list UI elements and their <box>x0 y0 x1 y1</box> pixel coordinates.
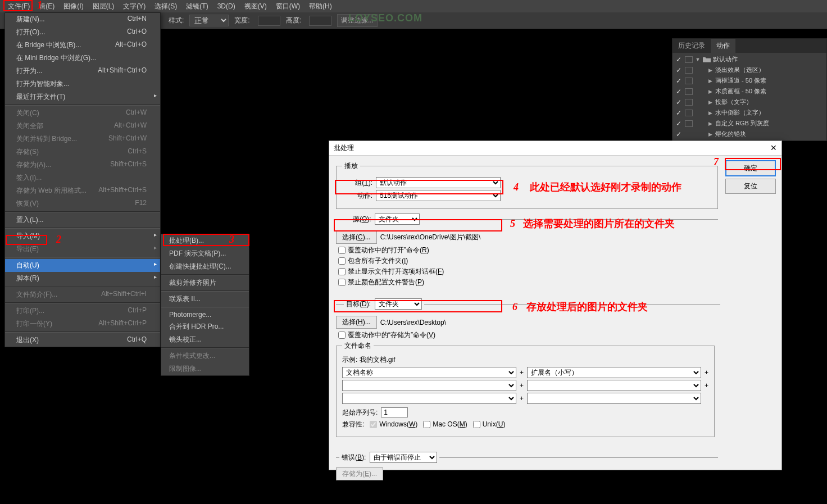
dialog-titlebar[interactable]: 批处理 ✕ <box>329 141 781 156</box>
mi-checkin[interactable]: 签入(I)... <box>5 171 160 184</box>
error-select[interactable]: 由于错误而停止 <box>370 452 437 463</box>
disclosure-icon[interactable]: ▶ <box>707 131 713 137</box>
source-select[interactable]: 文件夹 <box>375 214 420 225</box>
width-input[interactable] <box>258 16 280 26</box>
menu-image[interactable]: 图像(I) <box>59 0 88 13</box>
disclosure-icon[interactable]: ▶ <box>707 89 713 94</box>
start-input[interactable] <box>381 407 408 417</box>
action-row[interactable]: ✓▶熔化的铅块 <box>672 129 826 139</box>
disclosure-icon[interactable]: ▶ <box>707 99 713 105</box>
action-row[interactable]: ✓▶画框通道 - 50 像素 <box>672 75 826 86</box>
dest-select[interactable]: 文件夹 <box>375 298 422 310</box>
disclosure-icon[interactable]: ▶ <box>707 110 713 116</box>
choose-source-button[interactable]: 选择(C)... <box>336 231 377 244</box>
mi-export[interactable]: 导出(E) <box>5 243 160 256</box>
height-input[interactable] <box>309 16 331 26</box>
cb-unix[interactable]: Unix(U) <box>473 420 506 428</box>
source-legend: 源(O): 文件夹 <box>351 214 422 225</box>
sm-droplet[interactable]: 创建快捷批处理(C)... <box>161 260 249 273</box>
playback-legend: 播放 <box>342 161 360 171</box>
action-row[interactable]: ✓▶淡出效果（选区） <box>672 65 826 75</box>
mi-close[interactable]: 关闭(C)Ctrl+W <box>5 107 160 120</box>
set-select[interactable]: 默认动作 <box>376 177 501 188</box>
choose-dest-button[interactable]: 选择(H)... <box>336 316 377 329</box>
reset-button[interactable]: 复位 <box>725 179 776 194</box>
menu-file[interactable]: 文件(F) <box>3 0 34 13</box>
sm-lens[interactable]: 镜头校正... <box>161 333 249 346</box>
mi-revert[interactable]: 恢复(V)F12 <box>5 197 160 210</box>
mi-closeall[interactable]: 关闭全部Alt+Ctrl+W <box>5 120 160 133</box>
menu-view[interactable]: 视图(V) <box>240 0 271 13</box>
mi-print[interactable]: 打印(P)...Ctrl+P <box>5 305 160 317</box>
ok-button[interactable]: 确定 <box>725 160 776 176</box>
cb-macos[interactable]: Mac OS(M) <box>423 420 467 428</box>
sm-contact[interactable]: 联系表 II... <box>161 293 249 306</box>
annotation-5: 5选择需要处理的图片所在的文件夹 <box>510 217 675 230</box>
mi-smart[interactable]: 打开为智能对象... <box>5 78 160 90</box>
sm-cond[interactable]: 条件模式更改... <box>161 349 249 362</box>
menu-type[interactable]: 文字(Y) <box>119 0 150 13</box>
sm-batch[interactable]: 批处理(B)... <box>161 234 249 247</box>
tab-history[interactable]: 历史记录 <box>672 39 711 53</box>
action-row[interactable]: ✓▶自定义 RGB 到灰度 <box>672 118 826 129</box>
action-row[interactable]: ✓▶投影（文字） <box>672 97 826 107</box>
mi-new[interactable]: 新建(N)...Ctrl+N <box>5 13 160 26</box>
mi-save[interactable]: 存储(S)Ctrl+S <box>5 146 160 158</box>
mi-automate[interactable]: 自动(U) <box>5 259 160 272</box>
sm-pdf[interactable]: PDF 演示文稿(P)... <box>161 247 249 260</box>
annotation-4: 4此处已经默认选好刚才录制的动作 <box>514 180 681 194</box>
mi-exit[interactable]: 退出(X)Ctrl+Q <box>5 334 160 347</box>
cb-override-save[interactable]: 覆盖动作中的“存储为”命令(V) <box>338 330 715 340</box>
tab-actions[interactable]: 动作 <box>711 39 735 53</box>
mi-bridge[interactable]: 在 Bridge 中浏览(B)...Alt+Ctrl+O <box>5 39 160 52</box>
action-label: 动作: <box>342 191 372 201</box>
naming-field-3[interactable] <box>342 380 516 391</box>
disclosure-icon[interactable]: ▶ <box>707 67 713 73</box>
cb-suppress-open[interactable]: 禁止显示文件打开选项对话框(F) <box>338 267 712 276</box>
style-select[interactable]: 正常 <box>189 15 229 26</box>
menu-help[interactable]: 帮助(H) <box>305 0 337 13</box>
mi-saveweb[interactable]: 存储为 Web 所用格式...Alt+Shift+Ctrl+S <box>5 184 160 197</box>
cb-suppress-color[interactable]: 禁止颜色配置文件警告(P) <box>338 278 712 287</box>
actions-list: ✓▼默认动作 ✓▶淡出效果（选区） ✓▶画框通道 - 50 像素 ✓▶木质画框 … <box>672 53 826 140</box>
action-row[interactable]: ✓▶水中倒影（文字） <box>672 107 826 118</box>
disclosure-icon[interactable]: ▶ <box>707 121 713 126</box>
mi-printone[interactable]: 打印一份(Y)Alt+Shift+Ctrl+P <box>5 317 160 330</box>
close-icon[interactable]: ✕ <box>770 143 777 153</box>
sm-fit[interactable]: 限制图像... <box>161 362 249 375</box>
mi-fileinfo[interactable]: 文件简介(F)...Alt+Shift+Ctrl+I <box>5 288 160 301</box>
cb-windows[interactable]: Windows(W) <box>370 420 417 428</box>
mi-saveas[interactable]: 存储为(A)...Shift+Ctrl+S <box>5 158 160 171</box>
menu-3d[interactable]: 3D(D) <box>213 1 240 12</box>
action-select[interactable]: 515测试动作 <box>376 190 501 201</box>
action-row[interactable]: ✓▶木质画框 - 50 像素 <box>672 86 826 97</box>
sm-hdr[interactable]: 合并到 HDR Pro... <box>161 320 249 333</box>
sm-crop[interactable]: 裁剪并修齐照片 <box>161 276 249 289</box>
check-icon: ✓ <box>675 130 683 138</box>
menu-window[interactable]: 窗口(W) <box>271 0 305 13</box>
disclosure-icon[interactable]: ▶ <box>707 78 713 84</box>
mi-import[interactable]: 导入(M) <box>5 230 160 243</box>
mi-minibridge[interactable]: 在 Mini Bridge 中浏览(G)... <box>5 52 160 65</box>
mi-closebridge[interactable]: 关闭并转到 Bridge...Shift+Ctrl+W <box>5 133 160 146</box>
naming-field-4[interactable] <box>527 380 701 391</box>
naming-field-1[interactable]: 文档名称 <box>342 367 516 378</box>
mi-place[interactable]: 置入(L)... <box>5 214 160 226</box>
mi-recent[interactable]: 最近打开文件(T) <box>5 90 160 103</box>
cb-include-sub[interactable]: 包含所有子文件夹(I) <box>338 256 712 266</box>
mi-scripts[interactable]: 脚本(R) <box>5 272 160 285</box>
menu-filter[interactable]: 滤镜(T) <box>181 0 212 13</box>
cb-override-open[interactable]: 覆盖动作中的“打开”命令(R) <box>338 246 712 255</box>
naming-field-5[interactable] <box>342 393 516 404</box>
menu-select[interactable]: 选择(S) <box>150 0 181 13</box>
action-row[interactable]: ✓▼默认动作 <box>672 54 826 65</box>
automate-submenu: 批处理(B)... PDF 演示文稿(P)... 创建快捷批处理(C)... 裁… <box>161 234 249 376</box>
naming-field-6[interactable] <box>527 393 701 404</box>
naming-field-2[interactable]: 扩展名（小写） <box>527 367 701 378</box>
mi-open[interactable]: 打开(O)...Ctrl+O <box>5 26 160 39</box>
menu-layer[interactable]: 图层(L) <box>88 0 119 13</box>
disclosure-icon[interactable]: ▼ <box>695 57 701 62</box>
mi-openas[interactable]: 打开为...Alt+Shift+Ctrl+O <box>5 65 160 78</box>
sm-photomerge[interactable]: Photomerge... <box>161 309 249 320</box>
toggle-icon <box>685 67 693 74</box>
